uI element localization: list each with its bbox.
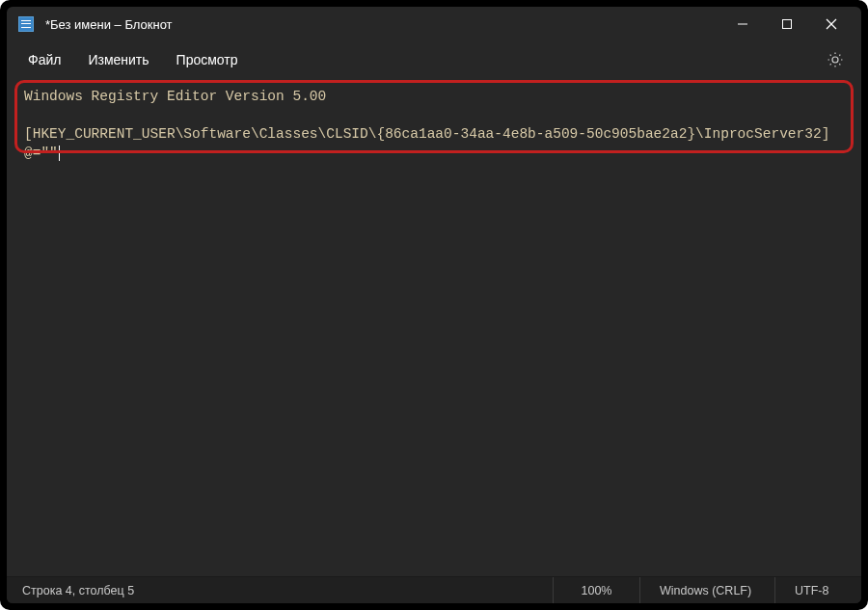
editor-line-1: Windows Registry Editor Version 5.00 <box>24 89 326 104</box>
svg-rect-1 <box>783 20 792 29</box>
maximize-button[interactable] <box>765 9 809 40</box>
notepad-window: *Без имени – Блокнот Файл Изменить Просм… <box>7 7 861 603</box>
maximize-icon <box>781 18 793 30</box>
window-title: *Без имени – Блокнот <box>45 17 720 32</box>
statusbar: Строка 4, столбец 5 100% Windows (CRLF) … <box>7 576 861 603</box>
menu-view[interactable]: Просмотр <box>165 46 250 73</box>
text-cursor <box>59 146 60 161</box>
status-line-ending: Windows (CRLF) <box>639 577 774 603</box>
menubar: Файл Изменить Просмотр <box>7 41 861 78</box>
minimize-button[interactable] <box>720 9 765 40</box>
editor-line-3: [HKEY_CURRENT_USER\Software\Classes\CLSI… <box>24 126 829 142</box>
editor-area[interactable]: Windows Registry Editor Version 5.00 [HK… <box>7 78 861 576</box>
settings-button[interactable] <box>819 43 852 76</box>
menu-file[interactable]: Файл <box>16 46 72 73</box>
status-zoom[interactable]: 100% <box>553 577 639 603</box>
window-controls <box>720 9 854 40</box>
status-encoding: UTF-8 <box>774 577 861 603</box>
notepad-app-icon <box>18 16 34 32</box>
close-icon <box>826 18 837 30</box>
titlebar: *Без имени – Блокнот <box>7 7 861 41</box>
close-button[interactable] <box>809 9 854 40</box>
minimize-icon <box>737 18 748 30</box>
editor-line-4: @="" <box>24 146 58 161</box>
editor-text[interactable]: Windows Registry Editor Version 5.00 [HK… <box>24 88 844 163</box>
gear-icon <box>827 51 844 68</box>
menu-edit[interactable]: Изменить <box>76 46 160 73</box>
status-cursor-position: Строка 4, столбец 5 <box>7 584 553 597</box>
